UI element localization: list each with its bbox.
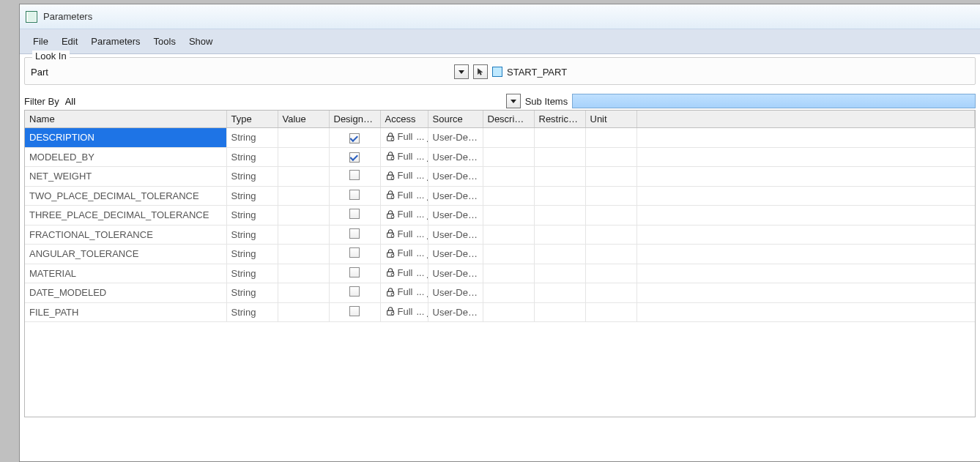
header-designate[interactable]: Designate <box>329 111 380 128</box>
access-ellipsis[interactable]: ... <box>415 131 426 142</box>
menu-show[interactable]: Show <box>183 31 219 51</box>
access-ellipsis[interactable]: ... <box>415 267 426 278</box>
cell-restricted[interactable] <box>534 264 585 283</box>
designate-checkbox[interactable] <box>349 209 360 219</box>
cell-designate[interactable] <box>329 245 380 264</box>
cell-description[interactable] <box>483 302 534 322</box>
designate-checkbox[interactable] <box>349 286 360 297</box>
cell-value[interactable] <box>278 302 329 322</box>
cell-unit[interactable] <box>585 206 636 226</box>
table-row[interactable]: DESCRIPTIONStringFull...User-Def... <box>25 128 975 148</box>
cell-value[interactable] <box>278 206 329 226</box>
header-value[interactable]: Value <box>278 111 329 128</box>
cell-access[interactable]: Full... <box>380 302 428 322</box>
cell-restricted[interactable] <box>534 245 585 264</box>
cell-name[interactable]: ANGULAR_TOLERANCE <box>25 245 226 264</box>
cell-restricted[interactable] <box>534 225 585 245</box>
cell-access[interactable]: Full... <box>380 128 428 148</box>
lookin-dropdown-button[interactable] <box>454 64 469 79</box>
access-ellipsis[interactable]: ... <box>415 228 426 239</box>
cell-name[interactable]: TWO_PLACE_DECIMAL_TOLERANCE <box>25 186 226 206</box>
cell-name[interactable]: MATERIAL <box>25 264 226 283</box>
cell-unit[interactable] <box>585 128 636 148</box>
sub-items-field[interactable] <box>572 94 976 108</box>
cell-value[interactable] <box>278 147 329 167</box>
cell-type[interactable]: String <box>226 128 278 148</box>
cell-name[interactable]: FILE_PATH <box>25 302 226 322</box>
cell-value[interactable] <box>278 186 329 206</box>
header-restricted[interactable]: Restricted <box>534 111 585 128</box>
cell-designate[interactable] <box>329 302 380 322</box>
cell-unit[interactable] <box>585 147 636 167</box>
header-access[interactable]: Access <box>380 111 428 128</box>
cell-type[interactable]: String <box>226 167 278 187</box>
cell-unit[interactable] <box>585 245 636 264</box>
menu-file[interactable]: File <box>27 31 54 51</box>
cell-description[interactable] <box>483 245 534 264</box>
cell-access[interactable]: Full... <box>380 225 428 245</box>
cell-source[interactable]: User-Def... <box>428 186 483 206</box>
cell-designate[interactable] <box>329 128 380 148</box>
cell-designate[interactable] <box>329 225 380 245</box>
cell-description[interactable] <box>483 225 534 245</box>
table-row[interactable]: THREE_PLACE_DECIMAL_TOLERANCEStringFull.… <box>25 206 975 226</box>
cell-source[interactable]: User-Def... <box>428 283 483 303</box>
table-row[interactable]: ANGULAR_TOLERANCEStringFull...User-Def..… <box>25 245 975 264</box>
cell-designate[interactable] <box>329 283 380 303</box>
cell-type[interactable]: String <box>226 206 278 226</box>
header-source[interactable]: Source <box>428 111 483 128</box>
cell-designate[interactable] <box>329 147 380 167</box>
cell-access[interactable]: Full... <box>380 147 428 167</box>
menu-tools[interactable]: Tools <box>148 31 182 51</box>
access-ellipsis[interactable]: ... <box>415 190 426 201</box>
cell-restricted[interactable] <box>534 147 585 167</box>
cell-type[interactable]: String <box>226 186 278 206</box>
cell-description[interactable] <box>483 206 534 226</box>
access-ellipsis[interactable]: ... <box>415 306 426 317</box>
header-name[interactable]: Name <box>25 111 226 128</box>
access-ellipsis[interactable]: ... <box>415 151 426 162</box>
cell-name[interactable]: NET_WEIGHT <box>25 167 226 187</box>
cell-value[interactable] <box>278 128 329 148</box>
cell-name[interactable]: DATE_MODELED <box>25 283 226 303</box>
cell-type[interactable]: String <box>226 147 278 167</box>
cell-source[interactable]: User-Def... <box>428 302 483 322</box>
cell-type[interactable]: String <box>226 264 278 283</box>
table-row[interactable]: NET_WEIGHTStringFull...User-Def... <box>25 167 975 187</box>
cell-designate[interactable] <box>329 206 380 226</box>
cell-unit[interactable] <box>585 264 636 283</box>
cell-source[interactable]: User-Def... <box>428 225 483 245</box>
cell-name[interactable]: MODELED_BY <box>25 147 226 167</box>
access-ellipsis[interactable]: ... <box>415 286 426 297</box>
designate-checkbox[interactable] <box>349 267 360 277</box>
cell-source[interactable]: User-Def... <box>428 167 483 187</box>
cell-description[interactable] <box>483 128 534 148</box>
filter-dropdown-button[interactable] <box>506 94 521 108</box>
cell-description[interactable] <box>483 283 534 303</box>
menu-edit[interactable]: Edit <box>56 31 83 51</box>
cell-value[interactable] <box>278 283 329 303</box>
cell-source[interactable]: User-Def... <box>428 245 483 264</box>
cell-unit[interactable] <box>585 283 636 303</box>
cell-type[interactable]: String <box>226 225 278 245</box>
access-ellipsis[interactable]: ... <box>415 170 426 181</box>
cell-source[interactable]: User-Def... <box>428 264 483 283</box>
cell-restricted[interactable] <box>534 302 585 322</box>
designate-checkbox[interactable] <box>349 306 360 316</box>
designate-checkbox[interactable] <box>349 228 360 239</box>
cell-type[interactable]: String <box>226 245 278 264</box>
access-ellipsis[interactable]: ... <box>415 209 426 220</box>
designate-checkbox[interactable] <box>349 170 360 180</box>
cell-value[interactable] <box>278 245 329 264</box>
header-description[interactable]: Descripti... <box>483 111 534 128</box>
cell-source[interactable]: User-Def... <box>428 128 483 148</box>
cell-value[interactable] <box>278 264 329 283</box>
cell-restricted[interactable] <box>534 283 585 303</box>
cell-description[interactable] <box>483 147 534 167</box>
cell-designate[interactable] <box>329 186 380 206</box>
access-ellipsis[interactable]: ... <box>415 247 426 258</box>
table-row[interactable]: MATERIALStringFull...User-Def... <box>25 264 975 283</box>
cell-source[interactable]: User-Def... <box>428 147 483 167</box>
cell-value[interactable] <box>278 225 329 245</box>
designate-checkbox[interactable] <box>349 247 360 258</box>
